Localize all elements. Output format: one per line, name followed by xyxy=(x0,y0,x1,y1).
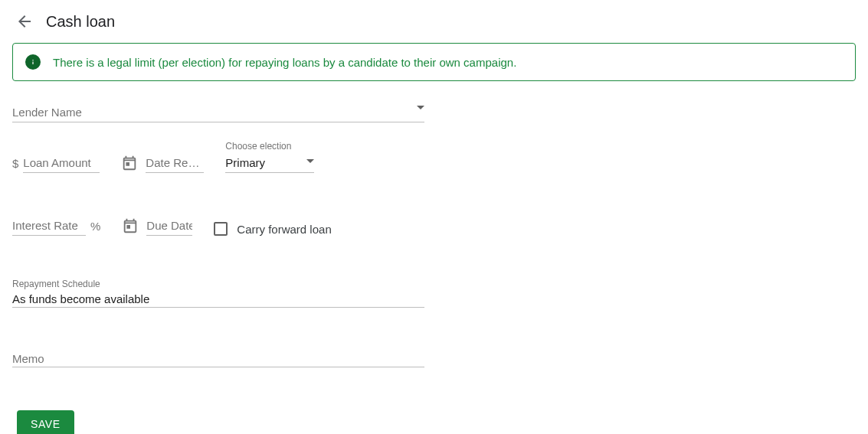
date-received-field xyxy=(121,153,204,173)
dollar-prefix: $ xyxy=(12,157,18,173)
save-button[interactable]: SAVE xyxy=(17,410,74,434)
repayment-schedule-label: Repayment Schedule xyxy=(12,279,424,289)
info-icon xyxy=(25,54,41,70)
lender-name-input[interactable] xyxy=(12,103,424,122)
election-selected-value: Primary xyxy=(225,153,314,173)
election-select[interactable]: Primary xyxy=(225,153,314,173)
loan-amount-field: $ xyxy=(12,153,100,173)
calendar-icon[interactable] xyxy=(122,217,139,234)
date-received-input[interactable] xyxy=(146,153,204,173)
repayment-schedule-input[interactable] xyxy=(12,291,424,308)
carry-forward-label: Carry forward loan xyxy=(237,223,331,236)
page-header: Cash loan xyxy=(0,0,868,31)
due-date-input[interactable] xyxy=(146,216,192,236)
back-arrow-icon[interactable] xyxy=(15,12,34,31)
memo-input[interactable] xyxy=(12,351,424,367)
lender-name-combobox[interactable] xyxy=(12,103,424,122)
carry-forward-checkbox[interactable]: Carry forward loan xyxy=(214,222,331,236)
form-content: There is a legal limit (per election) fo… xyxy=(0,31,868,434)
choose-election-label: Choose election xyxy=(225,141,291,152)
loan-amount-input[interactable] xyxy=(23,153,100,173)
info-banner: There is a legal limit (per election) fo… xyxy=(12,43,856,81)
interest-rate-field: % xyxy=(12,216,100,236)
interest-rate-input[interactable] xyxy=(12,216,86,236)
calendar-icon[interactable] xyxy=(121,155,138,171)
checkbox-box-icon xyxy=(214,222,228,236)
choose-election-field: Choose election Primary xyxy=(225,153,314,173)
repayment-schedule-field: Repayment Schedule xyxy=(12,279,424,308)
due-date-field xyxy=(122,216,192,236)
percent-suffix: % xyxy=(90,220,100,236)
page-title: Cash loan xyxy=(46,13,115,31)
banner-text: There is a legal limit (per election) fo… xyxy=(53,56,516,69)
memo-field xyxy=(12,351,424,367)
